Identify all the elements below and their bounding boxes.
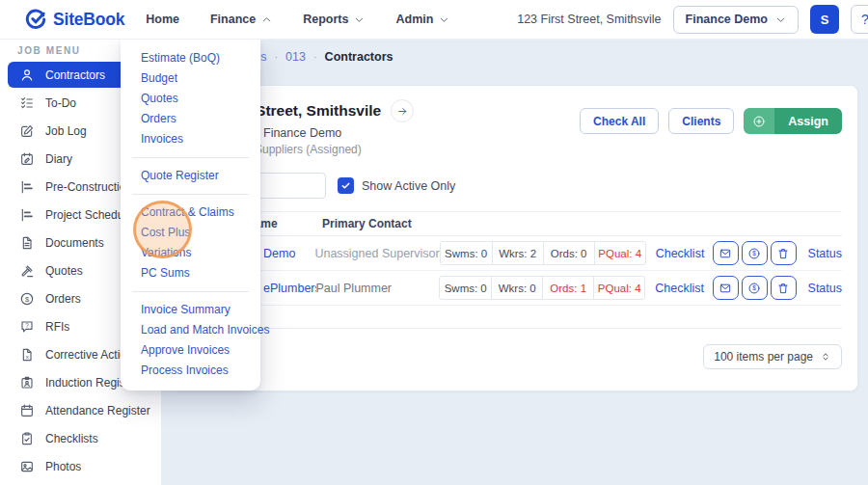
row-actions: $ xyxy=(713,241,797,265)
stat-pqual: PQual: 4 xyxy=(594,242,645,264)
top-bar: SiteBook HomeFinanceReportsAdmin 123 Fir… xyxy=(0,0,868,40)
menu-item-process-invoices[interactable]: Process Invoices xyxy=(121,361,260,381)
check-all-button[interactable]: Check All xyxy=(580,108,659,134)
assign-button[interactable]: Assign xyxy=(744,108,842,134)
checklist-link[interactable]: Checklist xyxy=(656,247,707,260)
sidebar-item-label: Pre-Construction xyxy=(45,180,132,194)
sidebar-item-label: Documents xyxy=(45,236,104,250)
menu-divider xyxy=(132,291,249,292)
svg-text:$: $ xyxy=(752,250,756,256)
trash-icon xyxy=(776,282,790,295)
chevron-down-icon xyxy=(775,14,786,25)
sidebar-item-photos[interactable]: Photos xyxy=(0,452,161,480)
stat-ords: Ords: 1 xyxy=(542,277,593,299)
nav-item-admin[interactable]: Admin xyxy=(395,13,449,26)
table-header-row: Company Name Primary Contact xyxy=(190,211,842,236)
envelope-button[interactable] xyxy=(713,241,739,265)
chevron-down-icon xyxy=(354,14,365,25)
primary-contact: Paul Plummer xyxy=(316,282,393,295)
contractor-stats: Swms: 0Wkrs: 2Ords: 0PQual: 4 xyxy=(440,241,646,265)
show-active-checkbox[interactable]: Show Active Only xyxy=(338,177,455,194)
contractors-table: Company Name Primary Contact DemoUnassig… xyxy=(190,211,842,306)
sidebar-item-label: Attendance Register xyxy=(45,404,150,418)
nav-item-label: Home xyxy=(146,13,179,26)
menu-item-budget[interactable]: Budget xyxy=(121,68,260,89)
menu-item-quote-register[interactable]: Quote Register xyxy=(121,166,260,186)
sidebar-item-label: Orders xyxy=(45,292,81,306)
trash-button[interactable] xyxy=(771,276,797,300)
status-link[interactable]: Status xyxy=(808,247,842,260)
column-primary-contact: Primary Contact xyxy=(322,217,451,230)
sidebar-item-label: Diary xyxy=(45,152,72,166)
help-button[interactable]: ? xyxy=(851,5,868,34)
sidebar-item-attendance-register[interactable]: Attendance Register xyxy=(0,396,161,424)
menu-item-approve-invoices[interactable]: Approve Invoices xyxy=(121,340,260,361)
menu-item-quotes[interactable]: Quotes xyxy=(121,89,260,109)
menu-item-pc-sums[interactable]: PC Sums xyxy=(121,263,260,283)
menu-item-estimate-boq-[interactable]: Estimate (BoQ) xyxy=(121,48,260,68)
clipboard-check-icon xyxy=(19,431,35,446)
sidebar-item-label: To-Do xyxy=(45,96,76,110)
sidebar-item-label: Job Log xyxy=(45,124,87,138)
items-per-page-select[interactable]: 100 items per page xyxy=(703,344,842,369)
table-row: DemoUnassigned SupervisorSwms: 0Wkrs: 2O… xyxy=(190,236,842,271)
calendar-icon xyxy=(19,403,35,418)
sidebar-item-label: RFIs xyxy=(45,320,69,334)
menu-divider xyxy=(132,157,249,158)
doc-x-icon: x xyxy=(19,347,35,363)
trash-icon xyxy=(776,247,790,260)
dollar-button[interactable]: $ xyxy=(742,241,768,265)
show-active-label: Show Active Only xyxy=(362,179,455,193)
trash-button[interactable] xyxy=(771,241,797,265)
avatar[interactable]: S xyxy=(810,5,839,34)
nav-item-reports[interactable]: Reports xyxy=(303,13,365,26)
nav-item-home[interactable]: Home xyxy=(146,13,179,26)
nav-item-label: Admin xyxy=(395,13,433,26)
stat-ords: Ords: 0 xyxy=(543,242,594,264)
svg-text:$: $ xyxy=(752,284,756,291)
menu-item-orders[interactable]: Orders xyxy=(121,109,260,129)
envelope-button[interactable] xyxy=(713,276,739,300)
sidebar-item-label: Photos xyxy=(45,460,81,473)
open-job-arrow-button[interactable] xyxy=(391,99,414,122)
sidebar-item-label: Checklists xyxy=(45,432,98,445)
arrow-right-icon xyxy=(396,105,409,118)
breadcrumb-current-page: Contractors xyxy=(325,50,393,64)
table-body: DemoUnassigned SupervisorSwms: 0Wkrs: 2O… xyxy=(190,236,842,306)
stat-wkrs: Wkrs: 0 xyxy=(491,277,542,299)
envelope-icon xyxy=(719,247,732,260)
svg-text:?: ? xyxy=(25,321,29,328)
nav-item-label: Finance xyxy=(210,13,256,26)
contractor-stats: Swms: 0Wkrs: 0Ords: 1PQual: 4 xyxy=(439,276,645,300)
user-icon xyxy=(19,67,35,83)
clients-button[interactable]: Clients xyxy=(668,108,734,134)
primary-contact: Unassigned Supervisor xyxy=(314,247,439,260)
brand-logo[interactable]: SiteBook xyxy=(25,9,124,30)
menu-item-invoices[interactable]: Invoices xyxy=(121,129,260,149)
status-link[interactable]: Status xyxy=(808,282,842,295)
nav-item-finance[interactable]: Finance xyxy=(210,13,272,26)
table-row: ePlumbersPaul PlummerSwms: 0Wkrs: 0Ords:… xyxy=(190,271,842,306)
menu-item-invoice-summary[interactable]: Invoice Summary xyxy=(121,300,260,320)
dollar-icon: $ xyxy=(19,291,35,307)
job-selector-dropdown[interactable]: Finance Demo xyxy=(673,6,799,34)
checklist-link[interactable]: Checklist xyxy=(655,282,706,295)
breadcrumb-separator: · xyxy=(274,51,278,63)
breadcrumb-separator: · xyxy=(313,51,317,63)
svg-text:$: $ xyxy=(25,294,29,303)
menu-item-load-and-match-invoices[interactable]: Load and Match Invoices xyxy=(121,320,260,340)
items-per-page-label: 100 items per page xyxy=(714,350,813,364)
job-address-text: 123 First Street, Smithsvile xyxy=(517,13,661,26)
dollar-button[interactable]: $ xyxy=(742,276,768,300)
assign-button-label: Assign xyxy=(774,108,842,134)
card-footer: 100 items per page xyxy=(190,328,842,369)
plus-circle-icon xyxy=(744,108,774,134)
sidebar-item-label: Quotes xyxy=(45,264,83,278)
svg-text:x: x xyxy=(26,353,29,359)
sidebar-item-checklists[interactable]: Checklists xyxy=(0,424,161,452)
envelope-icon xyxy=(719,282,732,295)
checkbox-check-icon xyxy=(338,177,354,194)
nav-item-label: Reports xyxy=(303,13,348,26)
stat-pqual: PQual: 4 xyxy=(593,277,644,299)
breadcrumb-job-number[interactable]: 013 xyxy=(285,50,306,64)
